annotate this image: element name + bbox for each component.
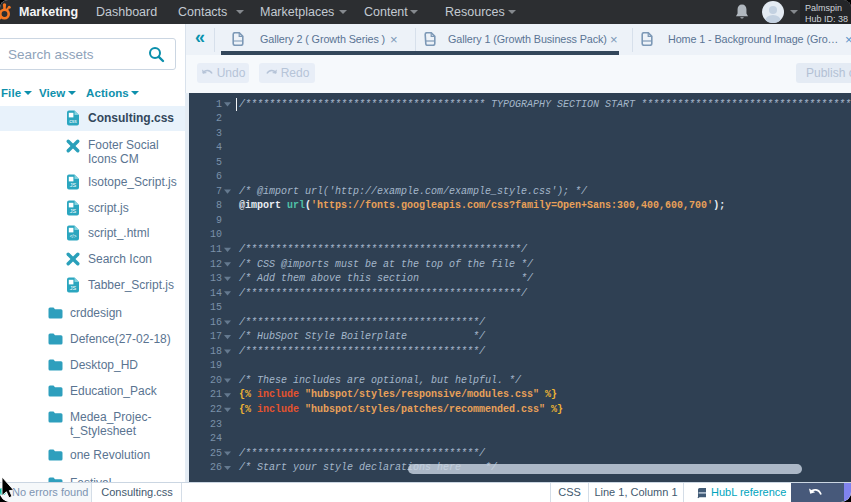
svg-text:JS: JS <box>70 208 77 214</box>
svg-text:JS: JS <box>70 182 77 188</box>
svg-text:css: css <box>69 118 77 124</box>
svg-text:JS: JS <box>70 285 77 291</box>
svg-text:</>: </> <box>70 234 77 239</box>
